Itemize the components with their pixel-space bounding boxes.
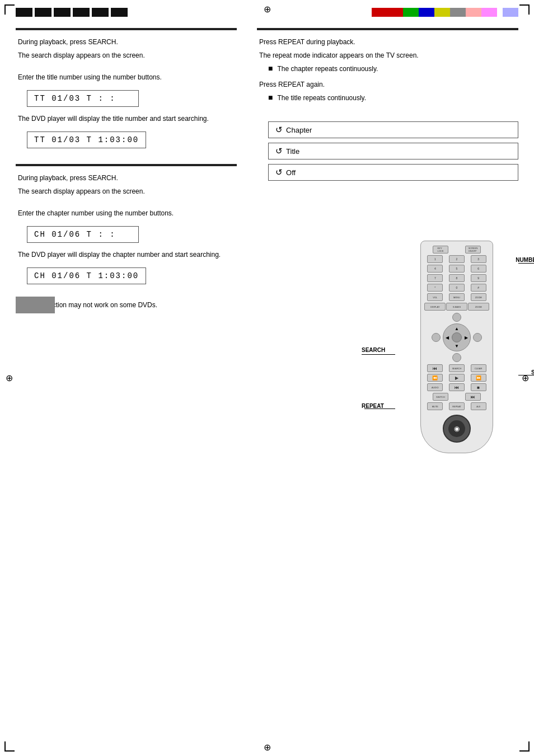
- corner-mark-br: [519, 741, 530, 752]
- remote-nav-center: [452, 332, 462, 342]
- stop-line-h: [518, 375, 534, 375]
- para-2: The search display appears on the screen…: [16, 50, 237, 60]
- remote-speaker-inner: ◉: [448, 420, 465, 437]
- remote-nav-wheel: ▲ ▼ ◀ ▶: [443, 323, 471, 351]
- repeat-icon-chapter: ↺: [275, 125, 283, 135]
- remote-btn-3: 3: [471, 255, 486, 263]
- remote-btn-hash: #: [471, 284, 486, 292]
- remote-btn-4: 4: [427, 265, 443, 273]
- para-3: Enter the title number using the number …: [16, 72, 237, 82]
- remote-btn-vol: VOL: [427, 293, 443, 301]
- remote-btn-search2: SEARCH: [449, 364, 465, 372]
- color-bar-left: [16, 8, 128, 17]
- remote-circle-up: [452, 313, 461, 322]
- remote-row-5: VOL MENU ZOOM: [424, 293, 489, 301]
- repeat-bullet-1: The chapter repeats continuously.: [275, 64, 378, 74]
- chapter-search-section: During playback, press SEARCH. The searc…: [16, 173, 237, 313]
- remote-row-top: KEYLOCK SCREENON/OFF: [424, 246, 489, 253]
- remote-btn-rewind: ⏪: [427, 374, 443, 382]
- para-6: The search display appears on the screen…: [16, 186, 237, 196]
- repeat-label-off: Off: [286, 168, 296, 177]
- remote-row-2: 4 5 6: [424, 265, 489, 273]
- repeat-section: Press REPEAT during playback. The repeat…: [257, 37, 518, 181]
- remote-btn-rew2: ⏮: [449, 383, 465, 391]
- corner-mark-tr: [519, 4, 530, 15]
- remote-btn-9: 9: [471, 274, 486, 282]
- title-search-section: During playback, press SEARCH. The searc…: [16, 37, 237, 155]
- corner-mark-tl: [4, 4, 15, 15]
- repeat-bullet-icon-1: ■: [268, 64, 273, 73]
- remote-btn-skip: ⏭: [465, 393, 481, 401]
- remote-speaker-symbol: ◉: [454, 425, 460, 433]
- right-column: Press REPEAT during playback. The repeat…: [257, 28, 518, 185]
- repeat-line-h: [364, 408, 395, 409]
- display-box-ch-time: CH 01/06 T 1:03:00: [27, 267, 146, 284]
- repeat-option-title: ↺ Title: [268, 143, 518, 159]
- remote-btn-screen: SCREENON/OFF: [465, 246, 481, 253]
- section-header-2: [16, 164, 237, 166]
- para-8: The DVD player will display the chapter …: [16, 250, 237, 260]
- remote-btn-2: 2: [449, 255, 465, 263]
- numberbtn-line-h: [518, 263, 534, 264]
- para-7: Enter the chapter number using the numbe…: [16, 208, 237, 218]
- para-1: During playback, press SEARCH.: [16, 37, 237, 47]
- para-5: During playback, press SEARCH.: [16, 173, 237, 183]
- remote-btn-prev: ⏮: [427, 364, 443, 372]
- repeat-icon-title: ↺: [275, 146, 283, 156]
- remote-row-repeat: MUTE REPEAT A-B: [424, 402, 489, 410]
- section-header-1: [16, 28, 237, 30]
- repeat-para-3: Press REPEAT again.: [257, 79, 518, 90]
- remote-row-func: DISPLAY S.BASS ZOOM: [424, 303, 489, 311]
- remote-btn-zoom2: ZOOM: [468, 303, 489, 311]
- remote-btn-sbass: S.BASS: [446, 303, 467, 311]
- nav-arrow-right: ▶: [465, 335, 468, 340]
- left-column: During playback, press SEARCH. The searc…: [16, 28, 237, 313]
- remote-container: NUMBER BUTTONS SEARCH STOP REPEAT KEYLOC…: [395, 241, 518, 453]
- remote-body: KEYLOCK SCREENON/OFF 1 2 3 4 5 6: [420, 241, 493, 453]
- remote-btn-7: 7: [427, 274, 443, 282]
- display-box-ch-empty: CH 01/06 T : :: [27, 226, 139, 243]
- remote-nav-row: ▲ ▼ ◀ ▶: [432, 313, 482, 362]
- corner-mark-bl: [4, 741, 15, 752]
- repeat-bullet-2: The title repeats continuously.: [275, 93, 367, 103]
- repeat-para-1: Press REPEAT during playback.: [257, 37, 518, 47]
- crosshair-left: [4, 374, 13, 383]
- label-search: SEARCH: [362, 347, 385, 353]
- remote-circle-left: [432, 333, 441, 342]
- remote-nav-area: ▲ ▼ ◀ ▶: [424, 313, 489, 362]
- remote-btn-repeat: REPEAT: [449, 402, 465, 410]
- repeat-para-2: The repeat mode indicator appears on the…: [257, 50, 518, 60]
- nav-arrow-up: ▲: [455, 326, 459, 331]
- remote-circle-right: [473, 333, 482, 342]
- gray-block: [16, 297, 55, 313]
- remote-control: NUMBER BUTTONS SEARCH STOP REPEAT KEYLOC…: [395, 241, 518, 453]
- remote-btn-6: 6: [471, 265, 486, 273]
- remote-btn-ff: ⏩: [471, 374, 486, 382]
- repeat-label-chapter: Chapter: [286, 126, 312, 134]
- remote-btn-star: *: [427, 284, 443, 292]
- remote-btn-5: 5: [449, 265, 465, 273]
- section-header-right: [257, 28, 518, 30]
- repeat-bullet-icon-2: ■: [268, 93, 273, 102]
- nav-arrow-down: ▼: [455, 344, 459, 349]
- remote-btn-display: DISPLAY: [424, 303, 446, 311]
- remote-row-playback: ⏮ SEARCH CLEAR: [424, 364, 489, 372]
- remote-btn-stop: ■: [471, 383, 486, 391]
- remote-row-3: 7 8 9: [424, 274, 489, 282]
- remote-row-transport: ⏪ ▶ ⏩: [424, 374, 489, 382]
- search-line-h: [364, 354, 395, 355]
- remote-btn-keylock: KEYLOCK: [433, 246, 448, 253]
- remote-row-switch: SWITCH ⏭: [424, 393, 489, 401]
- remote-btn-1: 1: [427, 255, 443, 263]
- repeat-label-title: Title: [286, 147, 299, 156]
- repeat-bullet-1-area: ■ The chapter repeats continuously.: [268, 64, 518, 77]
- para-4: The DVD player will display the title nu…: [16, 114, 237, 124]
- repeat-icon-off: ↺: [275, 167, 283, 177]
- remote-nav-col: ▲ ▼ ◀ ▶: [443, 313, 471, 362]
- remote-row-stop-row: AUDIO ⏮ ■: [424, 383, 489, 391]
- display-box-tt-time: TT 01/03 T 1:03:00: [27, 132, 146, 148]
- nav-arrow-left: ◀: [446, 335, 449, 340]
- remote-speaker: ◉: [443, 415, 471, 443]
- remote-btn-play: ▶: [449, 374, 465, 382]
- remote-btn-mute: MUTE: [427, 402, 443, 410]
